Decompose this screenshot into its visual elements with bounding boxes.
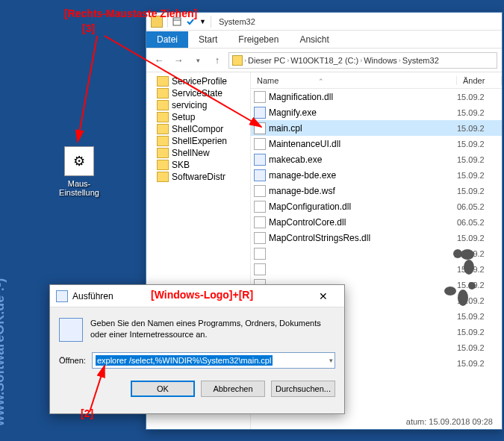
sort-icon: ⌃ [318,78,324,85]
run-title: Ausführen [72,291,308,301]
file-name: MapControlCore.dll [269,217,457,228]
command-input[interactable]: explorer /select,%WINDIR%\System32\main.… [92,352,335,369]
folder-label: ServiceProfile [172,76,227,87]
properties-icon[interactable] [172,17,181,26]
file-icon [254,138,266,150]
cancel-button[interactable]: Abbrechen [201,381,265,397]
run-icon [56,290,68,302]
dropdown-icon[interactable]: ▼ [199,18,206,25]
chevron-icon: › [244,57,246,64]
window-title: System32 [219,17,255,26]
folder-icon [157,136,169,146]
file-date: 15.09.2 [457,93,499,101]
tab-share[interactable]: Freigeben [228,31,289,48]
ok-button[interactable]: OK [131,381,195,397]
shortcut-icon: ⚙ [64,146,94,176]
forward-button[interactable]: → [170,52,187,69]
file-row[interactable]: MapControlStringsRes.dll15.09.2 [251,230,502,245]
nav-folder[interactable]: ShellExperien [146,135,250,147]
folder-icon [157,88,169,98]
file-icon [254,91,266,103]
column-date[interactable]: Änder [457,76,502,85]
file-row[interactable]: MapControlCore.dll06.05.2 [251,214,502,230]
tab-file[interactable]: Datei [146,31,188,48]
file-icon [254,232,266,244]
file-icon [254,216,266,228]
decorative-figures [438,249,491,331]
breadcrumb[interactable]: › Dieser PC › W10OKT18_2 (C:) › Windows … [228,52,497,69]
folder-label: ShellExperien [172,136,227,146]
run-buttons: OK Abbrechen Durchsuchen... [59,381,335,403]
folder-icon [157,100,169,110]
watermark-text: www.SoftwareOK.de :-) [0,278,7,426]
file-date: 15.09.2 [457,124,499,133]
file-date: 15.09.2 [457,171,499,180]
browse-button[interactable]: Durchsuchen... [271,381,335,397]
file-row[interactable]: makecab.exe15.09.2 [251,151,502,167]
command-text: explorer /select,%WINDIR%\System32\main.… [96,355,273,366]
file-icon [254,154,266,166]
file-row[interactable]: manage-bde.wsf15.09.2 [251,183,502,198]
file-icon [254,107,266,119]
chevron-icon: › [360,57,362,64]
file-icon [254,201,266,213]
recent-button[interactable]: ▾ [190,52,206,69]
file-row[interactable]: Magnification.dll15.09.2 [251,89,502,104]
tab-view[interactable]: Ansicht [289,31,339,48]
run-body: Geben Sie den Namen eines Programms, Ord… [50,307,344,413]
file-name: main.cpl [269,123,457,134]
desktop-shortcut[interactable]: ⚙ Maus-Einstellung [49,146,109,197]
folder-label: Setup [172,112,195,122]
file-row[interactable]: MaintenanceUI.dll15.09.2 [251,136,502,151]
back-button[interactable]: ← [151,52,167,69]
open-label: Öffnen: [59,356,86,365]
chevron-icon: › [399,57,401,64]
folder-icon [157,112,169,122]
close-button[interactable]: ✕ [308,286,338,307]
folder-label: SoftwareDistr [172,172,225,182]
file-row[interactable]: Magnify.exe15.09.2 [251,104,502,120]
run-titlebar: Ausführen ✕ [50,285,344,307]
tab-start[interactable]: Start [188,31,228,48]
run-description: Geben Sie den Namen eines Programms, Ord… [90,318,335,342]
nav-folder[interactable]: SoftwareDistr [146,171,250,183]
ribbon-tabs: Datei Start Freigeben Ansicht [146,31,502,49]
folder-icon [157,148,169,158]
nav-folder[interactable]: SKB [146,159,250,171]
nav-folder[interactable]: ServiceProfile [146,75,250,87]
nav-folder[interactable]: servicing [146,99,250,111]
dropdown-icon[interactable]: ▾ [329,357,333,364]
chevron-icon: › [287,57,289,64]
folder-label: ShellNew [172,148,210,158]
run-input-row: Öffnen: explorer /select,%WINDIR%\System… [59,352,335,369]
quick-access-toolbar: ▼ System32 [146,13,502,31]
folder-icon [151,16,163,28]
column-name[interactable]: Name ⌃ [251,76,457,85]
crumb[interactable]: W10OKT18_2 (C:) [290,56,358,65]
nav-folder[interactable]: ShellNew [146,147,250,159]
file-row[interactable]: manage-bde.exe15.09.2 [251,167,502,183]
check-icon[interactable] [186,17,195,26]
folder-icon [157,172,169,182]
file-date: 15.09.2 [457,359,499,368]
separator [211,16,211,28]
file-name: MapConfiguration.dll [269,201,457,212]
folder-icon [157,124,169,134]
folder-icon [157,160,169,170]
up-button[interactable]: ↑ [209,52,225,69]
folder-label: ServiceState [172,88,223,98]
file-row[interactable]: main.cpl15.09.2 [251,120,502,136]
crumb[interactable]: Dieser PC [248,56,285,65]
file-date: 15.09.2 [457,234,499,243]
file-row[interactable]: MapConfiguration.dll06.05.2 [251,198,502,214]
crumb[interactable]: Windows [364,56,397,65]
file-name: MapControlStringsRes.dll [269,233,457,243]
nav-folder[interactable]: ShellCompor [146,123,250,135]
nav-folder[interactable]: Setup [146,111,250,123]
file-date: 15.09.2 [457,140,499,148]
crumb[interactable]: System32 [402,56,439,65]
file-date: 15.09.2 [457,343,499,352]
nav-folder[interactable]: ServiceState [146,87,250,99]
file-icon [254,122,266,134]
file-icon [254,263,266,275]
